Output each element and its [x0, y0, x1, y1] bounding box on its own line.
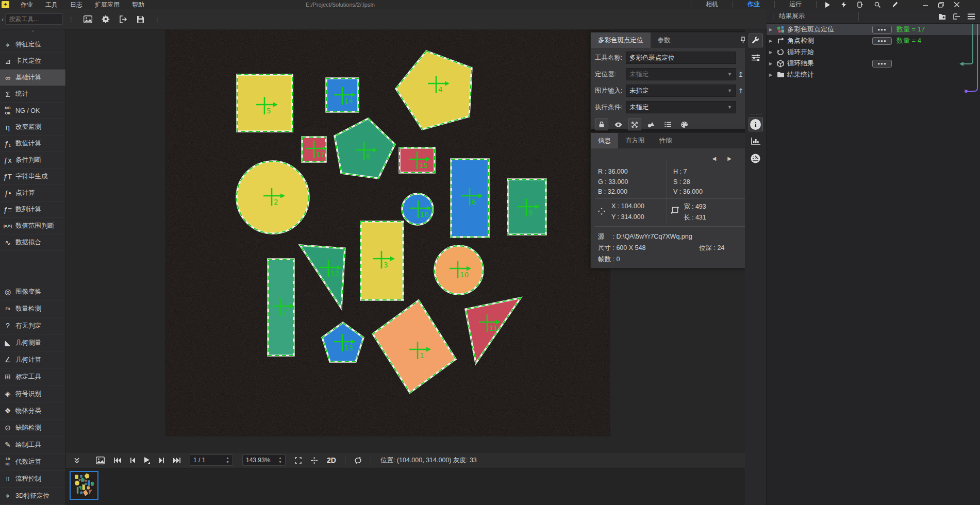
expand-arrows-icon[interactable] — [628, 119, 641, 130]
list-icon[interactable] — [661, 119, 674, 130]
close-button[interactable] — [954, 1, 959, 8]
sidebar-item-缺陷检测[interactable]: ⊙缺陷检测 — [0, 419, 65, 436]
deploy-icon[interactable] — [857, 1, 863, 8]
image-viewport[interactable]: 5144178152166931271013111 多彩色斑点定位 参数 工具名… — [66, 29, 745, 452]
sidebar-item-数量检测[interactable]: #n数量检测 — [0, 300, 65, 317]
last-frame-icon[interactable] — [173, 458, 180, 463]
image-thumbnail[interactable]: 5144178152166931271013111 — [70, 471, 98, 500]
result-row-循环结果[interactable]: ▶循环结果●●● — [767, 58, 980, 69]
tab-parameters[interactable]: 参数 — [651, 32, 678, 48]
sidebar-item-绘制工具[interactable]: ✎绘制工具 — [0, 436, 65, 453]
result-row-循环开始[interactable]: ▶循环开始 — [767, 46, 980, 58]
condition-select[interactable]: 未指定▼ — [626, 101, 736, 113]
sidebar-item-流程控制[interactable]: ⌗流程控制 — [0, 470, 65, 487]
frame-index-stepper[interactable]: 1 / 1▲▼ — [190, 454, 233, 466]
add-group-icon[interactable] — [938, 12, 946, 20]
expand-arrow-icon[interactable]: ▶ — [767, 50, 775, 55]
info-panel-icon[interactable]: i — [749, 117, 763, 131]
play-icon[interactable] — [144, 457, 150, 464]
collapse-toolbar-icon[interactable] — [74, 458, 79, 463]
expand-arrow-icon[interactable]: ▶ — [767, 27, 775, 32]
performance-gauge-icon[interactable] — [749, 152, 763, 165]
sidebar-item-点计算[interactable]: ƒ•点计算 — [0, 185, 65, 201]
palette-icon[interactable] — [677, 119, 691, 130]
export-icon[interactable] — [119, 13, 127, 25]
tool-config-icon[interactable] — [749, 33, 763, 47]
more-options-button[interactable]: ●●● — [872, 37, 892, 45]
fit-view-icon[interactable] — [295, 457, 302, 464]
image-list-icon[interactable] — [96, 457, 105, 464]
sidebar-item-数值范围判断[interactable]: [a,b]数值范围判断 — [0, 218, 65, 234]
pin-icon[interactable] — [740, 36, 745, 43]
save-icon[interactable] — [137, 13, 144, 25]
expand-arrow-icon[interactable]: ▶ — [767, 73, 775, 77]
more-options-button[interactable]: ●●● — [872, 26, 892, 33]
tab-camera[interactable]: 相机 — [691, 0, 733, 9]
sidebar-item-NG / OK[interactable]: NG OKNG / OK — [0, 103, 65, 119]
link-image-icon[interactable]: ↥ — [736, 87, 745, 95]
locator-select[interactable]: 未指定▼ — [626, 68, 736, 80]
link-locator-icon[interactable]: ↥ — [736, 71, 745, 78]
sidebar-item-改变监测[interactable]: η改变监测 — [0, 119, 65, 136]
result-row-多彩色斑点定位[interactable]: ▶多彩色斑点定位●●●数量 = 17 — [767, 24, 980, 35]
tab-info[interactable]: 信息 — [591, 133, 618, 148]
canvas-image[interactable]: 5144178152166931271013111 — [165, 30, 610, 436]
prev-frame-icon[interactable] — [130, 458, 135, 463]
tab-histogram[interactable]: 直方图 — [618, 133, 652, 148]
zoom-level-stepper[interactable]: 143.93%▲▼ — [242, 454, 286, 466]
tab-tool-name[interactable]: 多彩色斑点定位 — [591, 32, 651, 48]
parameters-sliders-icon[interactable] — [749, 50, 763, 64]
more-options-button[interactable]: ●●● — [872, 60, 892, 68]
expand-arrow-icon[interactable]: ▶ — [767, 61, 775, 66]
sidebar-item-有无判定[interactable]: ?有无判定 — [0, 317, 65, 334]
view-2d-toggle[interactable]: 2D — [327, 456, 336, 464]
sidebar-item-基础计算[interactable]: ∞基础计算 — [0, 70, 65, 86]
tab-job[interactable]: 作业 — [733, 0, 774, 9]
sidebar-item-数据拟合[interactable]: ∿数据拟合 — [0, 234, 65, 251]
settings-gear-icon[interactable] — [102, 13, 110, 25]
sidebar-item-数列计算[interactable]: ƒ≡数列计算 — [0, 201, 65, 218]
image-input-select[interactable]: 未指定▼ — [626, 85, 736, 97]
edit-disabled-icon[interactable] — [892, 1, 898, 8]
sidebar-collapse-icon[interactable]: ⌃ — [0, 29, 65, 37]
lock-icon[interactable] — [595, 119, 608, 130]
sidebar-item-代数运算[interactable]: 10 01代数运算 — [0, 453, 65, 470]
menu-help[interactable]: 帮助 — [126, 0, 151, 9]
menu-extensions[interactable]: 扩展应用 — [89, 0, 126, 9]
center-view-icon[interactable] — [311, 457, 318, 464]
sidebar-item-符号识别[interactable]: ◈符号识别 — [0, 385, 65, 402]
run-continuous-icon[interactable] — [841, 1, 846, 8]
drag-handle-icon[interactable]: ⋮ — [771, 13, 776, 19]
run-once-icon[interactable] — [825, 1, 830, 8]
sidebar-item-几何测量[interactable]: ◣几何测量 — [0, 334, 65, 351]
tab-run[interactable]: 运行 — [775, 0, 816, 9]
next-frame-icon[interactable] — [159, 458, 164, 463]
list-menu-icon[interactable] — [968, 12, 975, 20]
first-frame-icon[interactable] — [114, 458, 121, 463]
sidebar-item-图像变换[interactable]: ◎图像变换 — [0, 283, 65, 300]
tool-name-input[interactable]: 多彩色斑点定位 — [626, 52, 736, 64]
sidebar-item-数值计算[interactable]: ƒ₁数值计算 — [0, 136, 65, 152]
sidebar-item-物体分类[interactable]: ❖物体分类 — [0, 402, 65, 419]
menu-job[interactable]: 作业 — [14, 0, 39, 9]
sidebar-item-卡尺定位[interactable]: ⊿卡尺定位 — [0, 53, 65, 70]
tab-performance[interactable]: 性能 — [652, 133, 679, 148]
restore-button[interactable] — [938, 1, 944, 8]
sidebar-item-几何计算[interactable]: ∠几何计算 — [0, 351, 65, 368]
image-source-icon[interactable] — [84, 13, 92, 25]
menu-tools[interactable]: 工具 — [39, 0, 64, 9]
minimize-button[interactable] — [923, 1, 928, 8]
search-input[interactable] — [5, 13, 63, 25]
menu-log[interactable]: 日志 — [64, 0, 89, 9]
sidebar-item-统计[interactable]: Σ统计 — [0, 86, 65, 103]
sidebar-item-条件判断[interactable]: ƒx条件判断 — [0, 152, 65, 169]
loop-playback-icon[interactable] — [354, 457, 362, 464]
visibility-eye-icon[interactable] — [611, 119, 625, 130]
tree-view-icon[interactable] — [953, 12, 960, 20]
histogram-icon[interactable] — [749, 134, 763, 148]
result-row-结果统计[interactable]: ▶结果统计 — [767, 69, 980, 80]
collapse-sidebar-icon[interactable]: ‹ — [0, 15, 5, 23]
sidebar-item-标定工具[interactable]: ⊞标定工具 — [0, 368, 65, 385]
shapes-icon[interactable] — [644, 119, 658, 130]
expand-arrow-icon[interactable]: ▶ — [767, 39, 775, 43]
